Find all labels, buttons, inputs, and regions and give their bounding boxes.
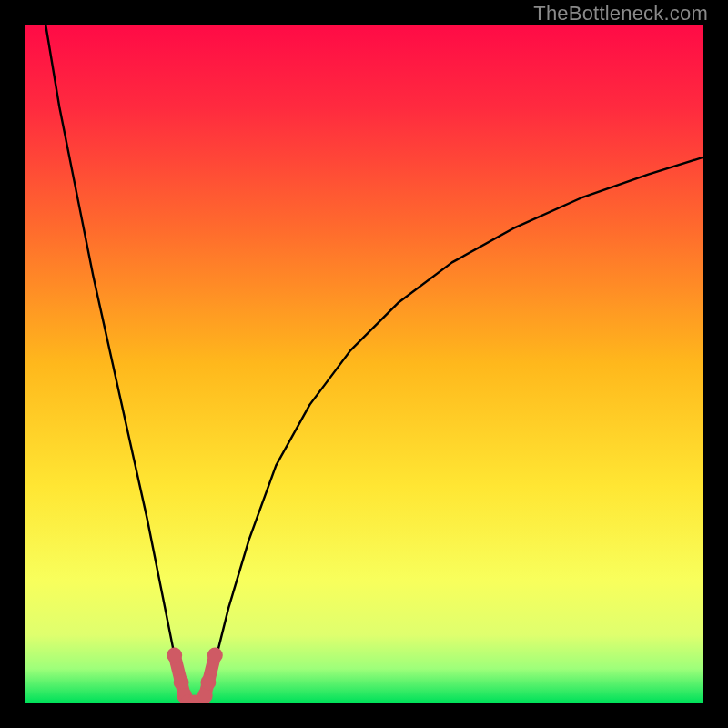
valley-dot [167, 647, 182, 662]
site-watermark: TheBottleneck.com [533, 2, 708, 25]
gradient-background [25, 25, 703, 703]
valley-dot [174, 674, 189, 690]
valley-dot [200, 674, 216, 690]
chart-plot [25, 25, 703, 703]
valley-dot [207, 647, 223, 662]
chart-frame: TheBottleneck.com [0, 0, 728, 728]
